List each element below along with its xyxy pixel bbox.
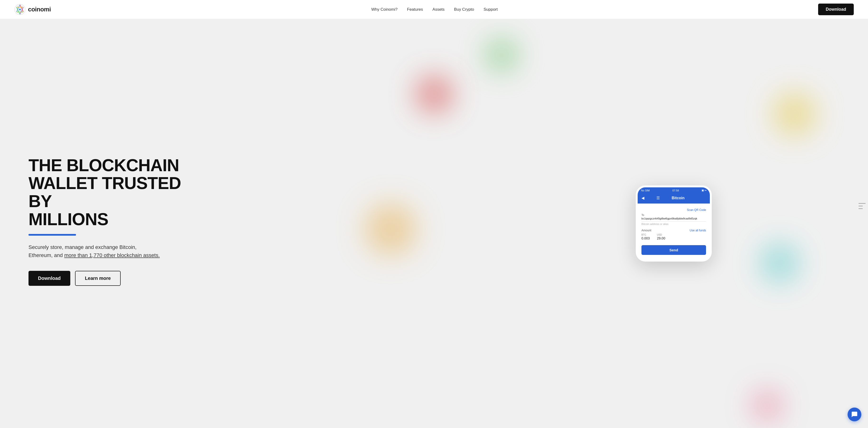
hero-learn-more-button[interactable]: Learn more <box>75 271 121 286</box>
navigation: coinomi Why Coinomi? Features Assets Buy… <box>0 0 868 19</box>
hero-title: THE BLOCKCHAIN WALLET TRUSTED BY MILLION… <box>29 156 190 228</box>
phone-usd-value: 29.00 <box>657 236 665 240</box>
phone-menu-icon[interactable]: ☰ <box>656 196 660 200</box>
hero-download-button[interactable]: Download <box>29 271 70 286</box>
chat-icon <box>851 411 858 418</box>
phone-amounts: BTC 0.003 USD 29.00 <box>642 233 706 240</box>
phone-btc-label: BTC <box>642 233 650 236</box>
phone-status-bar: No SIM 07:58 ▣ ▪▪ <box>638 188 710 193</box>
phone-send-button[interactable]: Send <box>642 245 706 255</box>
phone-to-field: To bc1qazgcznfvf0gt8wt6gpx6lka8jddw9cad9… <box>642 213 706 225</box>
phone-amount-label: Amount <box>642 229 651 232</box>
phone-frame: No SIM 07:58 ▣ ▪▪ ◀ ☰ Bitcoin Scan QR Co… <box>636 186 712 262</box>
phone-btc-amount: BTC 0.003 <box>642 233 650 240</box>
decorative-blob-yellow <box>773 93 816 136</box>
phone-status-carrier: No SIM <box>641 189 650 192</box>
hero-title-line1: THE BLOCKCHAIN <box>29 156 179 175</box>
logo-link[interactable]: coinomi <box>14 4 51 15</box>
phone-back-icon[interactable]: ◀ <box>642 196 644 200</box>
hero-buttons: Download Learn more <box>29 271 190 286</box>
logo-text: coinomi <box>28 6 51 13</box>
svg-point-8 <box>19 8 21 10</box>
decorative-blob-green <box>486 39 517 70</box>
hero-title-line3: MILLIONS <box>29 210 108 229</box>
decorative-blob-orange <box>365 203 417 255</box>
phone-use-all-funds[interactable]: Use all funds <box>690 229 706 232</box>
nav-assets[interactable]: Assets <box>432 7 444 12</box>
hero-section: THE BLOCKCHAIN WALLET TRUSTED BY MILLION… <box>0 19 868 428</box>
phone-usd-label: USD <box>657 233 665 236</box>
phone-app-header: ◀ ☰ Bitcoin <box>638 193 710 203</box>
phone-btc-value: 0.003 <box>642 236 650 240</box>
assets-link[interactable]: more than 1,770 other blockchain assets. <box>64 252 160 258</box>
decorative-blob-teal <box>761 244 799 282</box>
phone-mockup: No SIM 07:58 ▣ ▪▪ ◀ ☰ Bitcoin Scan QR Co… <box>636 186 712 262</box>
phone-to-label: To <box>642 213 706 217</box>
phone-usd-amount: USD 29.00 <box>657 233 665 240</box>
scroll-line-3 <box>859 208 863 209</box>
nav-links: Why Coinomi? Features Assets Buy Crypto … <box>371 7 498 12</box>
phone-body: Scan QR Code To bc1qazgcznfvf0gt8wt6gpx6… <box>638 203 710 260</box>
phone-status-icons: ▣ ▪▪ <box>702 189 707 192</box>
phone-address-value: bc1qazgcznfvf0gt8wt6gpx6lka8jddw9cad9d5z… <box>642 217 706 222</box>
phone-amount-row: Amount Use all funds <box>642 229 706 232</box>
hero-description: Securely store, manage and exchange Bitc… <box>29 243 161 259</box>
hero-divider <box>29 234 76 236</box>
scroll-line-1 <box>859 203 866 204</box>
nav-buy-crypto[interactable]: Buy Crypto <box>454 7 474 12</box>
nav-why-coinomi[interactable]: Why Coinomi? <box>371 7 398 12</box>
scroll-line-2 <box>859 206 863 206</box>
phone-address-placeholder: Bitcoin address or alias <box>642 223 706 225</box>
phone-status-time: 07:58 <box>672 189 679 192</box>
nav-download-button[interactable]: Download <box>818 4 854 15</box>
hero-content: THE BLOCKCHAIN WALLET TRUSTED BY MILLION… <box>29 156 190 286</box>
chat-support-button[interactable] <box>847 407 861 421</box>
phone-scan-qr[interactable]: Scan QR Code <box>642 208 706 211</box>
hero-title-line2: WALLET TRUSTED BY <box>29 174 181 211</box>
nav-features[interactable]: Features <box>407 7 423 12</box>
nav-support[interactable]: Support <box>484 7 498 12</box>
decorative-blob-red <box>416 76 452 112</box>
scroll-indicator <box>859 203 866 209</box>
phone-header-title: Bitcoin <box>672 196 684 200</box>
decorative-blob-pink <box>753 391 781 420</box>
coinomi-logo-icon <box>14 4 26 15</box>
